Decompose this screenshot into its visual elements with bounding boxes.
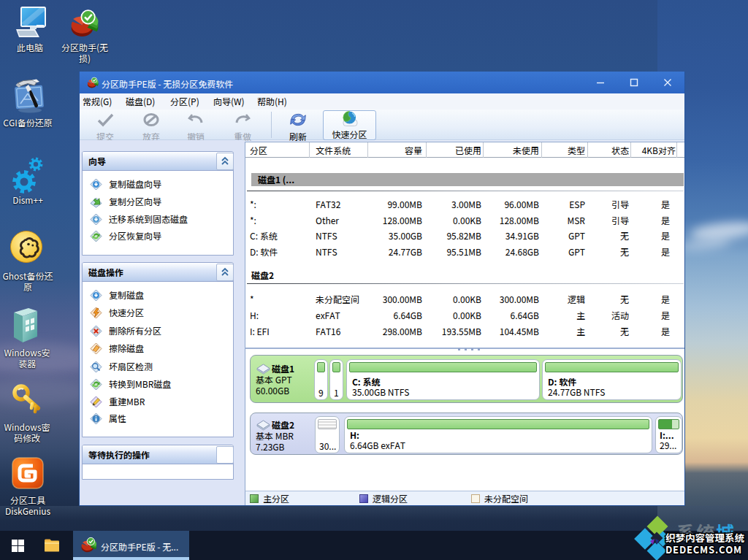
svg-text:DEDECMS.COM: DEDECMS.COM: [665, 542, 742, 556]
